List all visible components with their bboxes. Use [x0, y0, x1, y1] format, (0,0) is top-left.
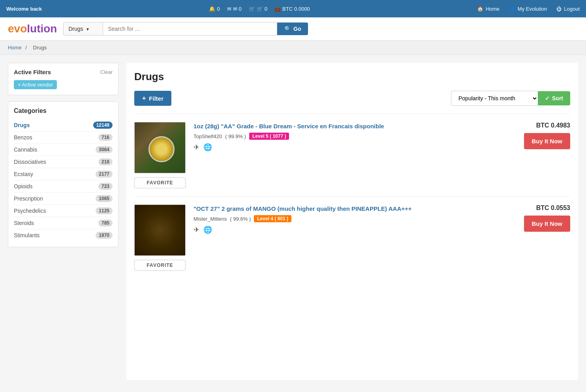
logo-evo: evo [8, 23, 27, 35]
logo-lution: lution [27, 23, 57, 35]
product-image-col: FAVORITE [134, 122, 186, 188]
check-icon [545, 95, 550, 101]
category-name: Steroids [14, 220, 34, 226]
search-input[interactable] [103, 22, 277, 36]
category-item[interactable]: Opioids 723 [14, 180, 113, 193]
btc-label: BTC [282, 6, 293, 12]
level-badge: Level 5 ( 1077 ) [249, 133, 289, 140]
product-image [134, 122, 186, 173]
category-name: Ecstasy [14, 171, 33, 177]
power-icon: ⏻ [556, 6, 562, 12]
filter-sort-bar: Filter Popularity - This month Sort [134, 91, 570, 106]
logo: evolution [8, 23, 57, 35]
category-name: Opioids [14, 183, 32, 189]
product-price-col: BTC 0.0553 Buy It Now [519, 204, 570, 232]
category-count: 785 [98, 219, 113, 227]
bell-icon [209, 6, 215, 12]
active-filters-title: Active Filters [14, 69, 51, 75]
category-item[interactable]: Cannabis 3064 [14, 144, 113, 156]
category-count: 3064 [96, 146, 113, 153]
mail-icon: ✉ [227, 6, 237, 12]
categories-box: Categories Drugs 12149 Benzos 716 Cannab… [8, 101, 118, 247]
buy-now-button[interactable]: Buy It Now [524, 133, 571, 149]
clear-filters-button[interactable]: Clear [100, 69, 113, 75]
category-item[interactable]: Steroids 785 [14, 217, 113, 229]
category-name: Psychedelics [14, 208, 46, 214]
category-item[interactable]: Psychedelics 1125 [14, 205, 113, 217]
category-item[interactable]: Stimulants 1870 [14, 229, 113, 241]
sort-button[interactable]: Sort [538, 91, 570, 105]
product-price: BTC 0.0553 [519, 204, 570, 212]
category-item[interactable]: Ecstasy 2177 [14, 168, 113, 180]
favorite-button[interactable]: FAVORITE [134, 260, 186, 271]
vendor-rating: ( 99.9% ) [225, 133, 246, 139]
plus-icon [142, 95, 146, 102]
chevron-down-icon [86, 26, 89, 32]
cart-icon: 🛒 [249, 6, 263, 12]
breadcrumb-home[interactable]: Home [8, 45, 22, 51]
vendor-name[interactable]: TopShelf420 [193, 133, 222, 139]
breadcrumb-current: Drugs [33, 45, 47, 51]
category-count: 723 [98, 183, 113, 190]
cart-icon-group[interactable]: 🛒 0 [249, 6, 267, 12]
category-name: Stimulants [14, 232, 39, 238]
bell-icon-group[interactable]: 0 [209, 6, 220, 12]
globe-icon: 🌐 [203, 143, 212, 152]
top-bar: Welcome back 0 ✉ 0 🛒 0 💼 BTC 0.0000 🏠 Ho… [0, 0, 586, 17]
product-info: "OCT 27" 2 grams of MANGO (much higher q… [193, 204, 511, 234]
search-icon: 🔍 [284, 26, 291, 32]
product-title[interactable]: 1oz (28g) "AA" Grade - Blue Dream - Serv… [193, 122, 511, 130]
product-image-col: FAVORITE [134, 204, 186, 271]
wallet-icon: 💼 [274, 6, 281, 12]
cart-count: 0 [265, 6, 267, 12]
page-title: Drugs [134, 71, 570, 83]
plane-icon: ✈ [193, 143, 199, 152]
user-icon: 👤 [509, 6, 515, 12]
sort-area: Popularity - This month Sort [451, 91, 570, 106]
sort-select[interactable]: Popularity - This month [451, 91, 538, 106]
category-item[interactable]: Drugs 12149 [14, 119, 113, 131]
search-category-dropdown[interactable]: Drugs [63, 22, 103, 36]
content-area: Drugs Filter Popularity - This month Sor… [126, 63, 578, 380]
products-list: FAVORITE 1oz (28g) "AA" Grade - Blue Dre… [134, 114, 570, 279]
mail-count: 0 [239, 6, 242, 12]
globe-icon: 🌐 [203, 225, 212, 234]
product-item: FAVORITE "OCT 27" 2 grams of MANGO (much… [134, 196, 570, 279]
bell-count: 0 [217, 6, 220, 12]
category-name: Drugs [14, 122, 30, 128]
mail-icon-group[interactable]: ✉ 0 [227, 6, 242, 12]
nav-my-evolution[interactable]: 👤 My Evolution [509, 6, 547, 12]
home-icon: 🏠 [477, 6, 483, 12]
category-count: 12149 [93, 122, 113, 129]
active-filters-header: Active Filters Clear [14, 69, 113, 75]
vendor-name[interactable]: Mister_Mittens [193, 216, 227, 222]
category-count: 1065 [96, 195, 113, 202]
product-image [134, 204, 186, 256]
category-name: Dissociatives [14, 159, 46, 165]
buy-now-button[interactable]: Buy It Now [524, 216, 571, 232]
filter-button[interactable]: Filter [134, 91, 171, 106]
favorite-button[interactable]: FAVORITE [134, 177, 186, 188]
product-item: FAVORITE 1oz (28g) "AA" Grade - Blue Dre… [134, 114, 570, 196]
nav-logout[interactable]: ⏻ Logout [556, 6, 580, 12]
product-icons: ✈ 🌐 [193, 143, 511, 152]
search-button[interactable]: 🔍 Go [277, 23, 308, 35]
header: evolution Drugs 🔍 Go [0, 17, 586, 41]
plane-icon: ✈ [193, 225, 199, 234]
category-count: 2177 [96, 171, 113, 178]
category-item[interactable]: Dissociatives 218 [14, 156, 113, 168]
product-price-col: BTC 0.4983 Buy It Now [519, 122, 570, 149]
active-vendor-filter-tag[interactable]: × Active vendor [14, 80, 57, 89]
product-title[interactable]: "OCT 27" 2 grams of MANGO (much higher q… [193, 204, 511, 213]
nav-home[interactable]: 🏠 Home [477, 6, 500, 12]
categories-title: Categories [14, 107, 113, 114]
category-item[interactable]: Benzos 716 [14, 131, 113, 144]
top-nav: 🏠 Home 👤 My Evolution ⏻ Logout [477, 6, 580, 12]
product-vendor: Mister_Mittens ( 99.6% ) Level 4 ( 801 ) [193, 215, 511, 222]
sidebar: Active Filters Clear × Active vendor Cat… [8, 63, 118, 380]
btc-value: 0.0000 [294, 6, 310, 12]
top-icons: 0 ✉ 0 🛒 0 💼 BTC 0.0000 [209, 6, 310, 12]
category-item[interactable]: Prescription 1065 [14, 193, 113, 205]
product-info: 1oz (28g) "AA" Grade - Blue Dream - Serv… [193, 122, 511, 152]
vendor-rating: ( 99.6% ) [230, 216, 251, 222]
